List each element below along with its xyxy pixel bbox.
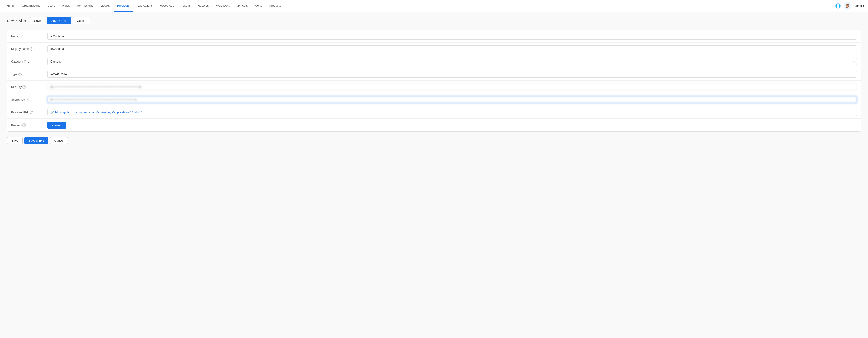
nav-resources[interactable]: Resources xyxy=(157,0,177,12)
category-select[interactable]: Captcha OAuth SAML LDAP xyxy=(47,58,857,65)
type-field: reCAPTCHA hCaptcha Turnstile ▾ xyxy=(47,71,857,78)
cancel-button[interactable]: Cancel xyxy=(73,17,90,24)
top-navigation: Home Organizations Users Roles Permissio… xyxy=(0,0,868,12)
save-exit-button[interactable]: Save & Exit xyxy=(47,17,71,24)
site-key-field xyxy=(47,83,857,90)
globe-icon[interactable]: 🌐 xyxy=(835,3,841,9)
secret-key-help-icon[interactable]: ? xyxy=(26,98,29,101)
category-field: Captcha OAuth SAML LDAP ▾ xyxy=(47,58,857,65)
nav-tokens[interactable]: Tokens xyxy=(178,0,194,12)
site-key-row: Site key ? xyxy=(7,81,861,93)
display-name-label: Display name ? : xyxy=(11,47,47,51)
top-toolbar: New Provider Save Save & Exit Cancel xyxy=(7,17,861,24)
provider-url-row: Provider URL ? : 🔗 https://github.com/or… xyxy=(7,106,861,119)
nav-models[interactable]: Models xyxy=(97,0,113,12)
main-content: New Provider Save Save & Exit Cancel Nam… xyxy=(0,12,868,338)
name-field xyxy=(47,33,857,40)
nav-products[interactable]: Products xyxy=(266,0,284,12)
type-label: Type ? : xyxy=(11,72,47,76)
category-select-wrapper: Captcha OAuth SAML LDAP ▾ xyxy=(47,58,857,65)
nav-webhooks[interactable]: Webhooks xyxy=(213,0,233,12)
site-key-help-icon[interactable]: ? xyxy=(23,85,26,89)
name-label: Name ? : xyxy=(11,34,47,38)
nav-home[interactable]: Home xyxy=(4,0,18,12)
preview-row: Preview ? : Preview xyxy=(7,119,861,131)
nav-syncers[interactable]: Syncers xyxy=(234,0,251,12)
nav-certs[interactable]: Certs xyxy=(252,0,265,12)
preview-field: Preview xyxy=(47,122,857,129)
provider-url-label: Provider URL ? : xyxy=(11,111,47,114)
site-key-label: Site key ? xyxy=(11,85,47,89)
nav-permissions[interactable]: Permissions xyxy=(74,0,96,12)
provider-url-value: https://github.com/organizations/xxx/set… xyxy=(55,111,142,114)
name-help-icon[interactable]: ? xyxy=(20,35,23,38)
type-help-icon[interactable]: ? xyxy=(18,73,22,76)
display-name-row: Display name ? : xyxy=(7,42,861,55)
type-select[interactable]: reCAPTCHA hCaptcha Turnstile xyxy=(47,71,857,78)
type-row: Type ? : reCAPTCHA hCaptcha Turnstile ▾ xyxy=(7,68,861,81)
bottom-save-exit-button[interactable]: Save & Exit xyxy=(25,137,48,144)
bottom-save-button[interactable]: Save xyxy=(7,137,23,144)
admin-menu[interactable]: Admin ▾ xyxy=(854,4,864,7)
display-name-field xyxy=(47,45,857,52)
provider-url-field: 🔗 https://github.com/organizations/xxx/s… xyxy=(47,109,857,116)
category-row: Category ? : Captcha OAuth SAML LDAP ▾ xyxy=(7,55,861,68)
provider-url-display[interactable]: 🔗 https://github.com/organizations/xxx/s… xyxy=(47,109,857,116)
page-title: New Provider xyxy=(7,19,26,23)
nav-users[interactable]: Users xyxy=(44,0,58,12)
provider-url-help-icon[interactable]: ? xyxy=(30,111,33,114)
nav-items: Home Organizations Users Roles Permissio… xyxy=(4,0,835,12)
preview-label: Preview ? : xyxy=(11,123,47,127)
display-name-help-icon[interactable]: ? xyxy=(30,48,33,51)
bottom-cancel-button[interactable]: Cancel xyxy=(50,137,68,144)
provider-form: Name ? : Display name ? : Category ? xyxy=(7,30,861,132)
nav-right: 🌐 🦉 Admin ▾ xyxy=(835,2,864,9)
preview-help-icon[interactable]: ? xyxy=(23,123,26,127)
nav-more[interactable]: ··· xyxy=(285,0,294,12)
bottom-toolbar: Save Save & Exit Cancel xyxy=(7,137,861,144)
nav-organizations[interactable]: Organizations xyxy=(19,0,43,12)
admin-label: Admin xyxy=(854,4,862,7)
nav-providers[interactable]: Providers xyxy=(114,0,133,12)
save-button[interactable]: Save xyxy=(30,17,45,24)
secret-key-input[interactable] xyxy=(47,96,857,103)
name-row: Name ? : xyxy=(7,30,861,42)
category-label: Category ? : xyxy=(11,60,47,63)
name-input[interactable] xyxy=(47,33,857,40)
secret-key-row: Secret key ? xyxy=(7,93,861,106)
secret-key-label: Secret key ? xyxy=(11,98,47,101)
preview-button[interactable]: Preview xyxy=(47,122,66,129)
nav-roles[interactable]: Roles xyxy=(59,0,73,12)
category-help-icon[interactable]: ? xyxy=(24,60,27,63)
nav-applications[interactable]: Applications xyxy=(134,0,156,12)
admin-chevron-icon: ▾ xyxy=(863,4,864,7)
secret-key-field xyxy=(47,96,857,103)
site-key-input[interactable] xyxy=(47,83,857,90)
display-name-input[interactable] xyxy=(47,45,857,52)
link-icon: 🔗 xyxy=(50,111,54,114)
nav-records[interactable]: Records xyxy=(194,0,212,12)
type-select-wrapper: reCAPTCHA hCaptcha Turnstile ▾ xyxy=(47,71,857,78)
app-logo-icon: 🦉 xyxy=(843,2,851,9)
